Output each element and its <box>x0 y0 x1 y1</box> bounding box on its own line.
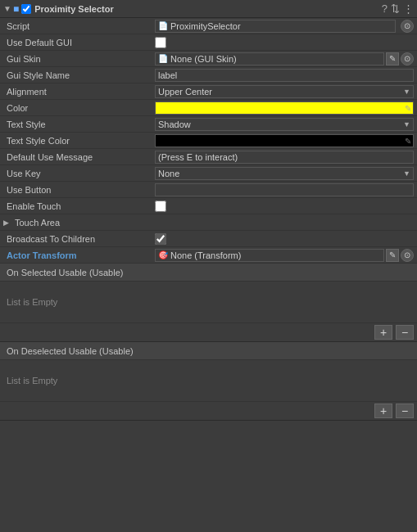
on-selected-usable-header-text: On Selected Usable (Usable) <box>7 268 123 277</box>
color-swatch[interactable]: ✎ <box>155 101 414 115</box>
touch-area-row: ▶ Touch Area <box>0 214 417 231</box>
default-use-message-input[interactable] <box>155 151 414 164</box>
script-row: Script 📄 ProximitySelector ⊙ <box>0 18 417 34</box>
component-title: Proximity Selector <box>34 4 382 14</box>
script-target-btn[interactable]: ⊙ <box>401 20 414 33</box>
touch-area-label: Touch Area <box>11 218 163 228</box>
actor-transform-icon: 🎯 <box>158 250 168 259</box>
on-deselected-usable-section: On Deselected Usable (Usable) List is Em… <box>0 342 417 421</box>
text-style-color-row: Text Style Color ✎ <box>0 133 417 149</box>
broadcast-to-children-value <box>155 233 414 245</box>
help-icon[interactable]: ? <box>382 2 388 15</box>
text-style-dropdown-text: Shadow <box>158 119 191 129</box>
component-icon: ■ <box>13 3 19 15</box>
use-default-gui-label: Use Default GUI <box>3 38 155 47</box>
on-deselected-usable-add-btn[interactable]: + <box>374 404 392 418</box>
text-style-color-value: ✎ <box>155 134 414 147</box>
use-key-dropdown[interactable]: None ▼ <box>155 167 414 180</box>
script-value: 📄 ProximitySelector ⊙ <box>155 20 414 33</box>
script-field[interactable]: 📄 ProximitySelector <box>155 20 396 33</box>
on-selected-usable-body: List is Empty <box>0 282 417 322</box>
gui-style-name-value <box>155 69 414 82</box>
gui-skin-field[interactable]: 📄 None (GUI Skin) <box>155 52 384 65</box>
color-row: Color ✎ <box>0 100 417 116</box>
text-style-dropdown-arrow: ▼ <box>403 120 410 128</box>
on-selected-usable-empty: List is Empty <box>7 297 57 307</box>
on-deselected-usable-remove-btn[interactable]: − <box>396 404 414 418</box>
default-use-message-value <box>155 151 414 164</box>
alignment-dropdown[interactable]: Upper Center ▼ <box>155 85 414 98</box>
gui-skin-value: 📄 None (GUI Skin) ✎ ⊙ <box>155 52 414 65</box>
use-default-gui-checkbox[interactable] <box>155 37 166 48</box>
gui-skin-label: Gui Skin <box>3 54 155 64</box>
use-key-dropdown-text: None <box>158 169 179 178</box>
use-button-label: Use Button <box>3 185 155 195</box>
enable-touch-checkbox[interactable] <box>155 201 166 212</box>
on-selected-usable-add-btn[interactable]: + <box>374 325 392 340</box>
actor-transform-text: None (Transform) <box>170 250 241 260</box>
actor-transform-value: 🎯 None (Transform) ✎ ⊙ <box>155 249 414 262</box>
use-default-gui-value <box>155 37 414 48</box>
touch-area-collapse-icon[interactable]: ▶ <box>3 219 9 227</box>
broadcast-to-children-row: Broadcast To Children <box>0 231 417 247</box>
gui-style-name-input[interactable] <box>155 69 414 82</box>
title-actions: ? ⇅ ⋮ <box>382 2 414 15</box>
color-edit-icon: ✎ <box>405 102 411 115</box>
on-selected-usable-section: On Selected Usable (Usable) List is Empt… <box>0 264 417 342</box>
actor-transform-label: Actor Transform <box>3 250 155 260</box>
default-use-message-label: Default Use Message <box>3 152 155 162</box>
color-value: ✎ <box>155 101 414 115</box>
use-key-value: None ▼ <box>155 167 414 180</box>
text-style-value: Shadow ▼ <box>155 118 414 131</box>
color-label: Color <box>3 103 155 113</box>
use-default-gui-row: Use Default GUI <box>0 34 417 51</box>
text-style-row: Text Style Shadow ▼ <box>0 116 417 133</box>
broadcast-to-children-label: Broadcast To Children <box>3 234 155 244</box>
gui-skin-file-icon: 📄 <box>158 54 168 63</box>
enable-touch-value <box>155 201 414 212</box>
actor-transform-row: Actor Transform 🎯 None (Transform) ✎ ⊙ <box>0 247 417 264</box>
on-deselected-usable-empty: List is Empty <box>7 376 57 385</box>
text-style-color-swatch[interactable]: ✎ <box>155 134 414 147</box>
actor-transform-edit-btn[interactable]: ✎ <box>386 249 399 262</box>
on-selected-usable-header: On Selected Usable (Usable) <box>0 264 417 282</box>
use-button-row: Use Button <box>0 182 417 198</box>
gui-skin-edit-btn[interactable]: ✎ <box>386 52 399 65</box>
text-style-color-label: Text Style Color <box>3 136 155 146</box>
use-button-value <box>155 183 414 196</box>
gui-style-name-row: Gui Style Name <box>0 67 417 83</box>
collapse-icon[interactable]: ▼ <box>3 4 11 13</box>
menu-icon[interactable]: ⋮ <box>403 2 414 15</box>
actor-transform-field[interactable]: 🎯 None (Transform) <box>155 249 384 262</box>
use-key-row: Use Key None ▼ <box>0 165 417 182</box>
use-key-dropdown-arrow: ▼ <box>403 169 410 178</box>
on-deselected-usable-header-text: On Deselected Usable (Usable) <box>7 346 134 356</box>
gui-skin-target-btn[interactable]: ⊙ <box>401 52 414 65</box>
actor-transform-target-btn[interactable]: ⊙ <box>401 249 414 262</box>
alignment-row: Alignment Upper Center ▼ <box>0 83 417 100</box>
text-style-label: Text Style <box>3 119 155 129</box>
alignment-label: Alignment <box>3 87 155 97</box>
on-selected-usable-footer: + − <box>0 322 417 341</box>
component-enabled-checkbox[interactable] <box>21 4 31 14</box>
on-deselected-usable-header: On Deselected Usable (Usable) <box>0 342 417 360</box>
layout-icon[interactable]: ⇅ <box>391 2 400 15</box>
gui-skin-row: Gui Skin 📄 None (GUI Skin) ✎ ⊙ <box>0 51 417 67</box>
on-selected-usable-remove-btn[interactable]: − <box>396 325 414 340</box>
gui-skin-text: None (GUI Skin) <box>170 54 237 64</box>
use-button-input[interactable] <box>155 183 414 196</box>
text-style-dropdown[interactable]: Shadow ▼ <box>155 118 414 131</box>
default-use-message-row: Default Use Message <box>0 149 417 165</box>
title-bar: ▼ ■ Proximity Selector ? ⇅ ⋮ <box>0 0 417 18</box>
alignment-value: Upper Center ▼ <box>155 85 414 98</box>
alignment-dropdown-arrow: ▼ <box>403 88 410 96</box>
on-deselected-usable-body: List is Empty <box>0 360 417 401</box>
alignment-dropdown-text: Upper Center <box>158 87 212 97</box>
enable-touch-label: Enable Touch <box>3 201 155 211</box>
script-field-text: ProximitySelector <box>170 21 241 31</box>
script-file-icon: 📄 <box>158 21 168 30</box>
broadcast-to-children-checkbox[interactable] <box>155 233 166 245</box>
gui-style-name-label: Gui Style Name <box>3 70 155 80</box>
enable-touch-row: Enable Touch <box>0 198 417 214</box>
text-style-color-edit-icon: ✎ <box>405 135 411 148</box>
